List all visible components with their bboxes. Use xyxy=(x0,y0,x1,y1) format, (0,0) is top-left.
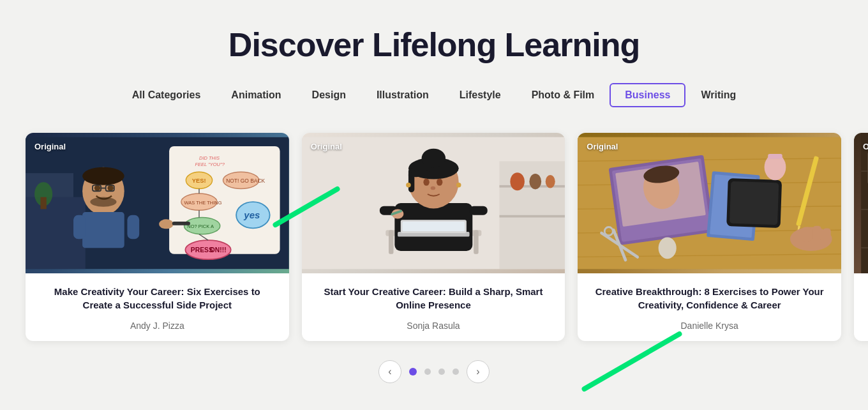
svg-rect-57 xyxy=(408,169,414,193)
card-title-3: Creative Breakthrough: 8 Exercises to Po… xyxy=(590,285,828,312)
card-thumbnail-1: DID THIS FEEL "YOU"? YES! NOT! GO BACK W… xyxy=(26,133,289,273)
svg-text:ON!!!: ON!!! xyxy=(210,247,227,254)
original-badge-1: Original xyxy=(34,142,66,151)
svg-rect-8 xyxy=(127,215,139,239)
svg-point-44 xyxy=(529,174,541,189)
svg-point-45 xyxy=(545,175,555,188)
pagination-dot-3[interactable] xyxy=(438,368,445,375)
pagination-dot-2[interactable] xyxy=(424,368,431,375)
card-title-1: Make Creativity Your Career: Six Exercis… xyxy=(38,285,276,312)
svg-rect-95 xyxy=(861,133,868,273)
category-all-categories[interactable]: All Categories xyxy=(117,83,216,107)
course-card-3[interactable]: Original Creative Breakthrough: 8 Exerci… xyxy=(578,133,841,341)
prev-button[interactable]: ‹ xyxy=(378,360,401,383)
svg-rect-36 xyxy=(172,222,190,225)
category-illustration[interactable]: Illustration xyxy=(361,83,444,107)
svg-point-43 xyxy=(510,172,525,190)
svg-rect-7 xyxy=(73,215,86,239)
categories-nav: All Categories Animation Design Illustra… xyxy=(0,83,868,126)
svg-rect-93 xyxy=(768,154,783,159)
svg-point-63 xyxy=(456,183,461,188)
svg-rect-6 xyxy=(82,212,124,248)
svg-rect-91 xyxy=(823,228,831,241)
card-body-3: Creative Breakthrough: 8 Exercises to Po… xyxy=(578,273,841,341)
svg-point-94 xyxy=(659,237,677,259)
card-author-2: Sonja Rasula xyxy=(315,321,553,331)
course-card-2[interactable]: Original Start Your Creative Career: Bui… xyxy=(302,133,565,341)
svg-point-58 xyxy=(421,149,445,168)
svg-rect-4 xyxy=(40,197,46,209)
svg-rect-42 xyxy=(499,215,565,218)
original-badge-3: Original xyxy=(587,142,618,151)
svg-rect-90 xyxy=(813,226,821,241)
svg-point-35 xyxy=(159,219,174,229)
card-title-2: Start Your Creative Career: Build a Shar… xyxy=(315,285,553,312)
card-author-1: Andy J. Pizza xyxy=(38,321,276,331)
svg-text:NO? PICK A: NO? PICK A xyxy=(187,224,214,229)
category-photo-film[interactable]: Photo & Film xyxy=(516,83,610,107)
svg-point-60 xyxy=(437,179,442,186)
svg-text:yes: yes xyxy=(243,209,260,220)
pagination: ‹ › xyxy=(26,360,842,383)
svg-point-10 xyxy=(107,185,113,191)
svg-point-59 xyxy=(423,179,429,186)
course-card-1[interactable]: DID THIS FEEL "YOU"? YES! NOT! GO BACK W… xyxy=(26,133,289,341)
svg-rect-51 xyxy=(469,206,487,215)
svg-text:FEEL "YOU"?: FEEL "YOU"? xyxy=(195,162,225,167)
svg-text:YES!: YES! xyxy=(192,178,206,184)
svg-rect-89 xyxy=(802,227,811,242)
svg-rect-47 xyxy=(389,230,394,254)
card-thumbnail-4: Original xyxy=(854,133,868,273)
card-author-3: Danielle Krysa xyxy=(590,321,828,331)
card-body-2: Start Your Creative Career: Build a Shar… xyxy=(302,273,565,341)
courses-section: DID THIS FEEL "YOU"? YES! NOT! GO BACK W… xyxy=(0,126,868,410)
prev-icon: ‹ xyxy=(388,366,391,377)
svg-point-15 xyxy=(90,197,116,207)
svg-text:DID THIS: DID THIS xyxy=(199,155,220,161)
svg-point-14 xyxy=(82,167,124,185)
original-badge-4: Original xyxy=(863,142,868,151)
category-business[interactable]: Business xyxy=(610,83,685,107)
svg-rect-48 xyxy=(474,230,479,254)
pagination-dot-1[interactable] xyxy=(409,368,417,376)
card-body-1: Make Creativity Your Career: Six Exercis… xyxy=(26,273,289,341)
svg-text:NOT! GO BACK: NOT! GO BACK xyxy=(226,178,265,184)
original-badge-2: Original xyxy=(311,142,342,151)
category-writing[interactable]: Writing xyxy=(685,83,751,107)
next-button[interactable]: › xyxy=(467,360,490,383)
svg-rect-82 xyxy=(730,181,779,225)
category-animation[interactable]: Animation xyxy=(216,83,296,107)
next-icon: › xyxy=(476,366,479,377)
category-lifestyle[interactable]: Lifestyle xyxy=(444,83,516,107)
svg-rect-66 xyxy=(402,222,465,231)
svg-point-61 xyxy=(430,186,435,190)
card-thumbnail-2: Original xyxy=(302,133,565,273)
category-design[interactable]: Design xyxy=(297,83,361,107)
svg-point-62 xyxy=(406,183,411,188)
svg-text:WAS THE THING: WAS THE THING xyxy=(184,200,222,206)
courses-track: DID THIS FEEL "YOU"? YES! NOT! GO BACK W… xyxy=(26,133,842,341)
course-card-4[interactable]: Original xyxy=(854,133,868,341)
pagination-dot-4[interactable] xyxy=(453,368,459,375)
page-title: Discover Lifelong Learning xyxy=(0,0,868,83)
svg-point-9 xyxy=(94,185,100,191)
card-thumbnail-3: Original xyxy=(578,133,841,273)
